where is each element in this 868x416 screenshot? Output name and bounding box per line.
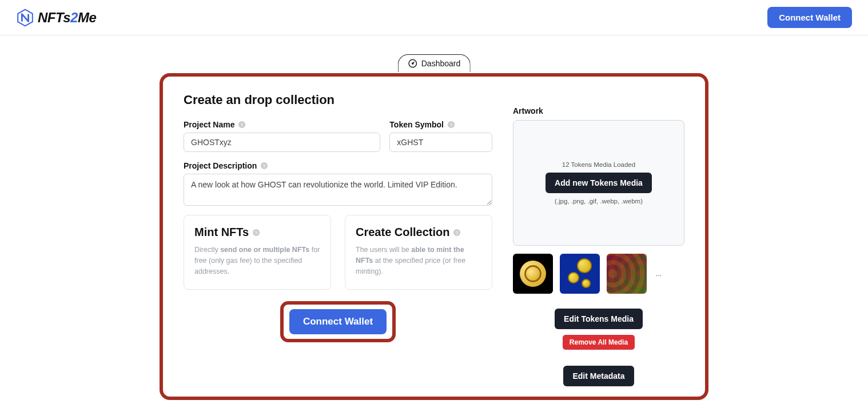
dashboard-tab-label: Dashboard <box>421 59 461 68</box>
svg-text:?: ? <box>456 230 459 235</box>
create-collection-card[interactable]: Create Collection ? The users will be ab… <box>345 215 492 290</box>
svg-text:?: ? <box>241 122 244 128</box>
connect-wallet-highlight: Connect Wallet <box>280 301 396 342</box>
help-icon[interactable]: ? <box>260 162 268 170</box>
project-name-input[interactable] <box>184 133 380 152</box>
mint-nfts-title: Mint NFTs <box>194 226 249 239</box>
page-title: Create an drop collection <box>184 93 492 107</box>
brand-pre: NFTs <box>38 10 70 25</box>
add-tokens-media-button[interactable]: Add new Tokens Media <box>546 173 652 193</box>
main-card: Create an drop collection Project Name ?… <box>160 73 708 400</box>
project-desc-label: Project Description <box>184 161 257 170</box>
brand-post: Me <box>78 10 96 25</box>
token-symbol-input[interactable] <box>389 133 492 152</box>
help-icon[interactable]: ? <box>238 121 246 129</box>
logo[interactable]: NFTs2Me <box>16 9 96 27</box>
connect-wallet-button-main[interactable]: Connect Wallet <box>289 309 387 334</box>
brand-mid: 2 <box>70 10 78 25</box>
create-collection-desc: The users will be able to mint the NFTs … <box>356 245 481 277</box>
header-bar: NFTs2Me Connect Wallet <box>0 0 868 35</box>
gauge-icon <box>408 58 418 69</box>
artwork-label: Artwork <box>513 106 684 115</box>
more-thumbs-ellipsis: ... <box>654 270 662 278</box>
svg-text:?: ? <box>450 122 453 128</box>
token-symbol-label: Token Symbol <box>389 120 444 129</box>
help-icon[interactable]: ? <box>447 121 455 129</box>
token-thumb-3[interactable] <box>607 254 647 294</box>
edit-tokens-media-button[interactable]: Edit Tokens Media <box>555 309 643 329</box>
token-thumb-1[interactable] <box>513 254 553 294</box>
project-name-label: Project Name <box>184 120 234 129</box>
project-desc-input[interactable] <box>184 174 492 206</box>
svg-text:?: ? <box>263 163 266 169</box>
brand-text: NFTs2Me <box>38 10 96 26</box>
dashboard-tab[interactable]: Dashboard <box>398 54 471 72</box>
token-thumbnails: ... <box>513 254 684 294</box>
create-collection-title: Create Collection <box>356 226 449 239</box>
svg-point-2 <box>412 63 413 64</box>
help-icon[interactable]: ? <box>252 229 260 237</box>
help-icon[interactable]: ? <box>453 229 461 237</box>
artwork-dropzone[interactable]: 12 Tokens Media Loaded Add new Tokens Me… <box>513 120 684 246</box>
connect-wallet-button-header[interactable]: Connect Wallet <box>767 7 852 28</box>
svg-text:?: ? <box>255 230 258 235</box>
mint-nfts-card[interactable]: Mint NFTs ? Directly send one or multipl… <box>184 215 331 290</box>
brand-hex-icon <box>16 9 34 27</box>
tokens-loaded-text: 12 Tokens Media Loaded <box>562 161 635 168</box>
artwork-formats-hint: (.jpg, .png, .gif, .webp, .webm) <box>555 198 643 205</box>
token-thumb-2[interactable] <box>560 254 600 294</box>
edit-metadata-button[interactable]: Edit Metadata <box>563 366 634 386</box>
remove-all-media-button[interactable]: Remove All Media <box>563 335 635 350</box>
mint-nfts-desc: Directly send one or multiple NFTs for f… <box>194 245 320 277</box>
